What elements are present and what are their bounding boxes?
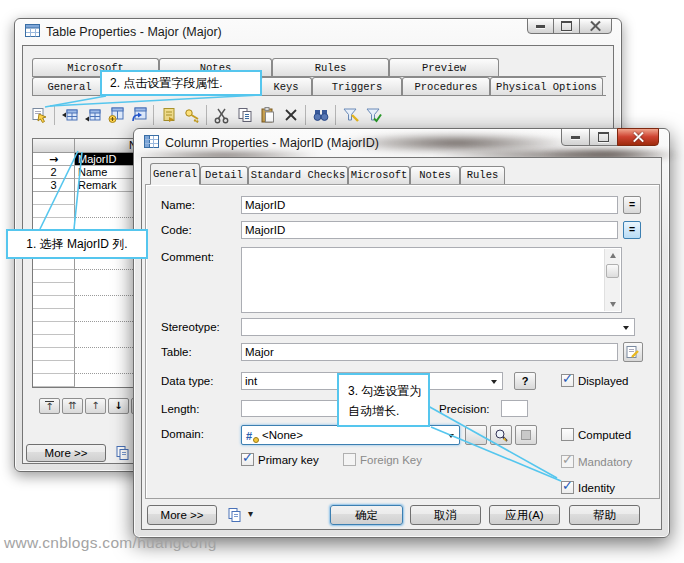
add-row-new-icon[interactable] xyxy=(104,103,127,126)
name-input[interactable]: MajorID xyxy=(241,196,618,214)
name-label: Name: xyxy=(161,199,195,211)
ok-button[interactable]: 确定 xyxy=(330,505,403,525)
move-down-button[interactable]: ↓ xyxy=(108,398,129,414)
move-first-button[interactable]: ↑ xyxy=(39,398,60,414)
properties-icon[interactable] xyxy=(28,103,51,126)
displayed-checkbox[interactable]: ✓ Displayed xyxy=(561,374,629,387)
find-icon[interactable] xyxy=(309,103,332,126)
tab-notes[interactable]: Notes xyxy=(410,166,460,184)
tab-standard-checks[interactable]: Standard Checks xyxy=(248,166,348,184)
filter-apply-icon[interactable] xyxy=(362,103,385,126)
minimize-button[interactable] xyxy=(527,18,554,34)
close-button[interactable] xyxy=(579,18,612,34)
minimize-button[interactable] xyxy=(561,128,590,146)
scroll-down-icon[interactable] xyxy=(606,298,619,311)
copy-icon[interactable] xyxy=(233,103,256,126)
check-icon: ✓ xyxy=(562,452,573,467)
add-row-icon[interactable] xyxy=(81,103,104,126)
paste-icon[interactable] xyxy=(256,103,279,126)
primary-key-checkbox[interactable]: ✓ Primary key xyxy=(241,453,319,466)
code-label: Code: xyxy=(161,224,192,236)
move-down-icon: ↓ xyxy=(114,401,122,411)
key-icon[interactable] xyxy=(180,103,203,126)
precision-input[interactable] xyxy=(501,400,528,417)
minimize-icon xyxy=(536,25,545,28)
check-icon: ✓ xyxy=(242,450,253,465)
cut-icon[interactable] xyxy=(210,103,233,126)
chevron-down-icon xyxy=(448,434,454,438)
minimize-icon xyxy=(571,136,580,139)
tab-rules[interactable]: Rules xyxy=(272,58,389,76)
toolbar-separator xyxy=(335,105,336,125)
close-button[interactable] xyxy=(617,128,659,146)
apply-button[interactable]: 应用(A) xyxy=(489,505,560,525)
row-selector-arrow-icon: → xyxy=(49,153,58,166)
column-properties-client: General Detail Standard Checks Microsoft… xyxy=(141,157,662,530)
watermark: www.cnblogs.com/huangcong xyxy=(4,534,217,552)
cancel-button[interactable]: 取消 xyxy=(410,505,481,525)
menu-caret-icon[interactable]: ▾ xyxy=(248,508,253,519)
move-up-double-button[interactable]: ⇈ xyxy=(62,398,83,414)
replicate-row-icon[interactable] xyxy=(127,103,150,126)
tab-physical-options[interactable]: Physical Options xyxy=(490,77,603,95)
general-tab-panel: Name: MajorID = Code: MajorID = Comment: xyxy=(145,184,660,499)
domain-browse-button[interactable] xyxy=(490,425,512,445)
pages-icon[interactable] xyxy=(227,507,243,527)
foreign-key-checkbox[interactable]: Foreign Key xyxy=(343,453,422,466)
delete-icon[interactable] xyxy=(279,103,302,126)
move-up-double-icon: ⇈ xyxy=(68,401,76,411)
move-up-button[interactable]: ↑ xyxy=(85,398,106,414)
column-properties-dialog: Column Properties - MajorID (MajorID) Ge… xyxy=(133,128,670,538)
dialog-tabs: General Detail Standard Checks Microsoft… xyxy=(150,163,505,184)
comment-textarea[interactable] xyxy=(241,247,622,313)
table-field[interactable]: Major xyxy=(241,343,618,361)
properties-icon xyxy=(626,345,640,359)
identity-checkbox[interactable]: ✓ Identity xyxy=(561,481,615,494)
toolbar-separator xyxy=(206,105,207,125)
more-button[interactable]: More >> xyxy=(26,444,106,462)
more-button[interactable]: More >> xyxy=(147,505,217,525)
chevron-down-icon xyxy=(491,380,497,384)
scrollbar-thumb[interactable] xyxy=(606,264,619,278)
datatype-help-button[interactable]: ? xyxy=(514,372,536,390)
help-button[interactable]: 帮助 xyxy=(569,505,640,525)
code-equals-button[interactable]: = xyxy=(623,221,641,239)
tab-keys[interactable]: Keys xyxy=(260,77,312,95)
domain-combobox[interactable]: <None> xyxy=(241,425,460,445)
generate-template-icon[interactable] xyxy=(157,103,180,126)
table-icon xyxy=(25,23,40,41)
table-label: Table: xyxy=(161,346,192,358)
screen: Table Properties - Major (Major) Microso… xyxy=(0,0,684,563)
scroll-up-icon[interactable] xyxy=(606,249,619,262)
move-first-icon: ↑ xyxy=(45,401,53,412)
move-up-icon: ↑ xyxy=(91,401,99,411)
length-label: Length: xyxy=(161,403,199,415)
domain-properties-button[interactable] xyxy=(515,425,537,445)
tab-preview[interactable]: Preview xyxy=(389,58,499,76)
code-input[interactable]: MajorID xyxy=(241,221,618,239)
name-equals-button[interactable]: = xyxy=(623,196,641,214)
checkbox-box: ✓ xyxy=(561,455,574,468)
maximize-button[interactable] xyxy=(553,18,580,34)
table-properties-button[interactable] xyxy=(623,342,643,362)
maximize-button[interactable] xyxy=(589,128,618,146)
tab-rules[interactable]: Rules xyxy=(460,166,505,184)
mandatory-checkbox[interactable]: ✓ Mandatory xyxy=(561,455,632,468)
domain-create-button[interactable] xyxy=(465,425,487,445)
tab-microsoft[interactable]: Microsoft xyxy=(348,166,410,184)
window-title: Table Properties - Major (Major) xyxy=(46,25,222,39)
filter-edit-icon[interactable] xyxy=(339,103,362,126)
tab-procedures[interactable]: Procedures xyxy=(402,77,490,95)
insert-row-icon[interactable] xyxy=(58,103,81,126)
tab-triggers[interactable]: Triggers xyxy=(312,77,402,95)
grid-header-rownum xyxy=(33,139,75,152)
callout-step3: 3. 勾选设置为 自动增长. xyxy=(337,373,430,427)
pages-icon[interactable] xyxy=(115,445,131,465)
tab-general[interactable]: General xyxy=(32,77,107,95)
comment-scrollbar[interactable] xyxy=(604,249,620,311)
domain-label: Domain: xyxy=(161,428,204,440)
tab-general[interactable]: General xyxy=(150,163,200,185)
stereotype-combobox[interactable] xyxy=(241,318,635,336)
computed-checkbox[interactable]: Computed xyxy=(561,428,631,441)
tab-detail[interactable]: Detail xyxy=(200,166,248,184)
